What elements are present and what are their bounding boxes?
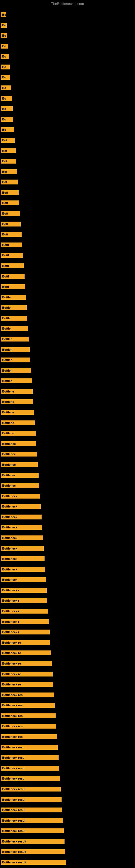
bottleneck-label: Bottleneck res (1, 703, 55, 708)
bottleneck-label: Bo (1, 12, 6, 17)
bottleneck-item: Bottleneck (1, 546, 44, 551)
bottleneck-item: Bottlen (1, 368, 31, 373)
bottleneck-item: Bottleneck res (1, 713, 56, 718)
bottleneck-label: Bottleneck r (1, 598, 47, 603)
bottleneck-label: Bottlene (1, 421, 35, 425)
bottleneck-item: Bott (1, 232, 21, 237)
bottleneck-label: Bottlenec (1, 441, 36, 446)
bottleneck-label: Bot (1, 169, 17, 174)
bottleneck-label: Bottleneck res (1, 734, 57, 739)
bottleneck-item: Bottleneck (1, 577, 46, 582)
bottleneck-item: Bottleneck (1, 494, 40, 499)
bottleneck-label: Bottleneck (1, 577, 46, 582)
bottleneck-item: Bottleneck resul (1, 818, 63, 823)
bottleneck-item: Bottlen (1, 378, 32, 383)
bottleneck-item: Bottleneck re (1, 661, 52, 666)
bottleneck-item: Bot (1, 169, 17, 174)
bottleneck-label: Bottleneck res (1, 724, 56, 728)
bottleneck-label: Bottleneck (1, 556, 45, 561)
bottleneck-item: Bottleneck resul (1, 786, 61, 792)
bottleneck-label: Bottle (1, 326, 28, 331)
bottleneck-label: Bottlen (1, 347, 30, 352)
bottleneck-label: Bottleneck resul (1, 818, 63, 823)
bottleneck-item: Bottle (1, 305, 27, 310)
bottleneck-item: Bottleneck res (1, 734, 57, 739)
bottleneck-label: Bottle (1, 295, 26, 300)
bottleneck-item: Bottl (1, 274, 25, 279)
bottleneck-item: Bottleneck r (1, 609, 48, 614)
bottleneck-item: Bottle (1, 295, 26, 300)
bottleneck-label: Bottleneck resul (1, 807, 62, 812)
bottleneck-item: Bottl (1, 243, 22, 247)
bottleneck-item: Bottleneck (1, 556, 45, 561)
bottleneck-label: Bo (1, 54, 9, 59)
bottleneck-item: Bottlenec (1, 462, 38, 467)
bottleneck-label: Bott (1, 222, 21, 226)
bottleneck-item: Bottlenec (1, 452, 37, 457)
bottleneck-label: Bo (1, 106, 13, 111)
bottleneck-label: Bottlene (1, 410, 34, 415)
bottleneck-label: Bottleneck (1, 494, 40, 499)
bottleneck-item: Bottlen (1, 347, 30, 352)
bottleneck-item: Bottl (1, 253, 23, 258)
bottleneck-label: Bo (1, 65, 10, 69)
bottleneck-item: Bottleneck (1, 515, 42, 520)
bottleneck-item: Bottleneck re (1, 640, 50, 645)
bottleneck-item: Bottleneck (1, 567, 45, 572)
bottleneck-item: Bo (1, 106, 13, 111)
bottleneck-label: Bottleneck re (1, 672, 53, 677)
bottleneck-label: Bo (1, 96, 12, 101)
bottleneck-label: Bottleneck (1, 546, 44, 551)
bottleneck-item: Bo (1, 96, 12, 101)
bottleneck-label: Bottl (1, 274, 25, 279)
bottleneck-item: Bottleneck r (1, 588, 47, 593)
bottleneck-item: Bottleneck r (1, 619, 49, 624)
bottleneck-label: Bottleneck re (1, 682, 53, 687)
bottleneck-label: Bo (1, 127, 14, 132)
bottleneck-item: Bo (1, 65, 10, 69)
bottleneck-label: Bottleneck re (1, 661, 52, 666)
bottleneck-label: Bottleneck resu (1, 745, 58, 750)
bottleneck-item: Bo (1, 127, 14, 132)
bottleneck-item: Bottlenec (1, 441, 36, 446)
bottleneck-item: Bottleneck res (1, 692, 54, 698)
bottleneck-item: Bottleneck (1, 535, 43, 540)
bottleneck-label: Bottle (1, 305, 27, 310)
bottleneck-item: Bottlene (1, 410, 34, 415)
bottleneck-label: Bottle (1, 316, 27, 321)
bottleneck-label: Bottlenec (1, 462, 38, 467)
bottleneck-label: Bott (1, 200, 19, 205)
bottleneck-label: Bottl (1, 243, 22, 247)
bottleneck-label: Bottleneck resul (1, 786, 61, 792)
bottleneck-item: Bott (1, 222, 21, 226)
bottleneck-item: Bottlenec (1, 473, 39, 478)
bottleneck-label: Bot (1, 180, 18, 184)
bottleneck-label: Bottleneck resul (1, 797, 61, 802)
bottleneck-label: Bottleneck (1, 567, 45, 572)
bottleneck-item: Bottleneck res (1, 724, 56, 728)
bottleneck-label: Bottlen (1, 368, 31, 373)
bottleneck-item: Bottl (1, 264, 24, 268)
bottleneck-item: Bottleneck r (1, 598, 47, 603)
bottleneck-label: Bot (1, 138, 15, 143)
bottleneck-item: Bottleneck result (1, 860, 66, 865)
bottleneck-label: Bottlen (1, 358, 30, 362)
bottleneck-item: Bottleneck re (1, 650, 51, 655)
bottleneck-label: Bottleneck res (1, 713, 56, 718)
bottleneck-label: Bot (1, 159, 16, 163)
bottleneck-label: Bottl (1, 264, 24, 268)
bottleneck-item: Bottleneck re (1, 672, 53, 677)
bottleneck-item: Bottleneck resu (1, 776, 60, 781)
bottleneck-item: Bottlene (1, 421, 35, 425)
bottleneck-item: Bottleneck (1, 504, 41, 509)
bottleneck-label: Bottleneck r (1, 619, 49, 624)
bottleneck-item: Bo (1, 12, 6, 17)
bottleneck-item: Bottleneck resu (1, 755, 58, 760)
bottleneck-item: Bottleneck resul (1, 807, 62, 812)
bottleneck-item: Bottlenec (1, 483, 39, 488)
bottleneck-item: Bottleneck r (1, 629, 50, 634)
bottleneck-item: Bottleneck result (1, 849, 65, 854)
bottleneck-label: Bo (1, 23, 7, 28)
bottleneck-label: Bottleneck resu (1, 776, 60, 781)
bottleneck-item: Bottleneck re (1, 682, 53, 687)
